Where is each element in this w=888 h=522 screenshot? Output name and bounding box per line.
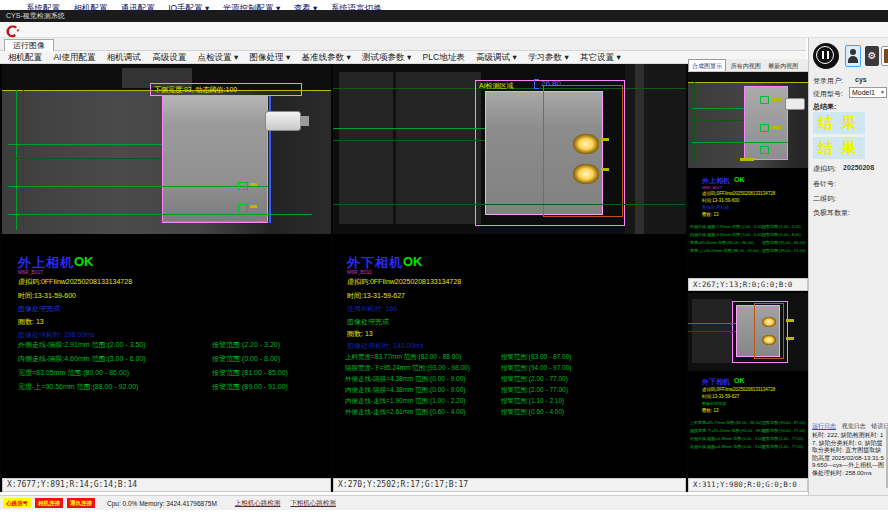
measurement-row: 上料宽度=83.77mm 范围:(82.00 - 88.00) 报警范围:(83…: [333, 353, 686, 362]
side-control-panel: ⚙ → 登录用户: cys 使用型号: Model1 ▼ 总结果: 结果 结果 …: [808, 38, 888, 510]
pause-icon: [816, 46, 834, 64]
ai-region-label: AI检测区域: [479, 81, 514, 91]
product-region: [162, 95, 268, 223]
log-tab-vision[interactable]: 视觉日志: [842, 423, 866, 429]
mini-panel-2: 外下相机 OK 虚拟码:0FFIinw20250208133134728 时间:…: [688, 293, 808, 478]
grid-line: [694, 82, 695, 162]
connector-tip: [300, 116, 309, 126]
measurement-alarm: 报警范围:(81.00 - 85.00): [212, 368, 288, 378]
mini2-camera-name: 外下相机: [702, 377, 730, 387]
mini-alarm: 报警范围:(83.00 - 87.00): [762, 420, 805, 425]
tab-composite-view[interactable]: 合成图显示: [688, 59, 726, 71]
toolbar-item-learning-params[interactable]: 学习参数 ▾: [528, 52, 569, 62]
tab-run-image[interactable]: 运行图像: [4, 39, 54, 51]
weld-spot: [762, 335, 776, 345]
toolbar-item-plc-table[interactable]: PLC地址表: [423, 52, 465, 62]
measurement-value: 内侧走线-隔膜=4.38mm 范围:(0.00 - 9.00): [345, 386, 465, 395]
mini-alarm: 报警范围:(0.00 - 8.00): [762, 232, 801, 237]
toolbar-item-other-settings[interactable]: 其它设置 ▾: [580, 52, 621, 62]
toolbar-item-advanced-settings[interactable]: 高级设置: [152, 52, 186, 62]
left-camera-image[interactable]: 下侧宽度:93, 动态阈值:100: [2, 64, 331, 234]
left-turn-count: 圈数: 13: [18, 317, 44, 327]
measure-line: [692, 120, 744, 121]
image-seam: [393, 72, 396, 224]
mini-alarm: 报警范围:(2.00 - 77.00): [762, 444, 803, 449]
mini2-product-code: 虚拟码:0FFIinw20250208133134728: [702, 387, 775, 392]
mini-measure: 内侧走线-隔膜:4.60mm 范围:(3.00 - 6.00): [690, 232, 763, 237]
toolbar-item-camera-debug[interactable]: 相机调试: [107, 52, 141, 62]
heartbeat-badge: 心跳信号: [3, 498, 31, 508]
measurement-alarm: 报警范围:(89.00 - 91.00): [212, 382, 288, 392]
menu-item-comm-config[interactable]: 通讯配置: [121, 3, 155, 13]
mini1-time: 时间:13-31-59-600: [702, 198, 739, 203]
user-button[interactable]: [845, 45, 861, 67]
measure-line: [692, 108, 744, 109]
log-tab-run[interactable]: 运行日志: [812, 423, 836, 429]
toolbar-item-spot-check[interactable]: 点检设置 ▾: [198, 52, 239, 62]
measurement-alarm: 报警范围:(1.10 - 2.10): [501, 397, 564, 406]
menu-item-language-switch[interactable]: 系统语言切换: [331, 3, 382, 13]
tiny-annotation: [250, 183, 257, 186]
menu-item-light-config[interactable]: 光源控制配置 ▾: [223, 3, 281, 13]
measurement-value: 宽度-上=90.56mm 范围:(88.00 - 92.00): [18, 382, 138, 392]
mid-sub-label: M6R_B010: [347, 269, 372, 275]
gear-icon: ⚙: [868, 50, 877, 61]
toolbar-item-ai-config[interactable]: AI使用配置: [53, 52, 95, 62]
tab-latest-inner-view[interactable]: 最新内视图: [765, 60, 801, 72]
pause-button[interactable]: [813, 43, 839, 69]
door-icon: [884, 49, 888, 63]
toolbar-item-test-params[interactable]: 测试项参数 ▾: [362, 52, 411, 62]
exit-button[interactable]: →: [881, 46, 888, 66]
measure-overlay-label-box: 下侧宽度:93, 动态阈值:100: [150, 83, 302, 96]
left-done-text: 图像处理完成: [18, 304, 60, 314]
toolbar-item-baseline-params[interactable]: 基准线参数 ▾: [302, 52, 351, 62]
comm-connect-badge: 通讯连接: [67, 498, 95, 508]
feature-marker: [238, 204, 248, 212]
right-view-tabs: 合成图显示 所有内视图 最新内视图: [688, 59, 808, 72]
model-select[interactable]: Model1 ▼: [849, 87, 887, 98]
tiny-annotation: [250, 205, 257, 208]
mini2-coordinates: X:311;Y:980;R:0;G:0;B:0: [693, 480, 797, 489]
tiny-annotation: [601, 138, 609, 141]
tab-all-inner-view[interactable]: 所有内视图: [728, 60, 764, 72]
feature-marker: [238, 182, 248, 190]
toolbar-item-camera-config[interactable]: 相机配置: [8, 52, 42, 62]
measurement-row: 内侧走线-隔膜:4.60mm 范围:(3.00 - 6.00) 报警范围:(0.…: [2, 354, 331, 364]
upper-camera-heartbeat-link[interactable]: 上相机心跳检测: [235, 499, 281, 508]
feature-marker: [760, 124, 769, 132]
menu-item-io-config[interactable]: IO手配置 ▾: [168, 3, 209, 13]
measurement-row: 内侧走线-走线=1.90mm 范围:(1.00 - 2.20) 报警范围:(1.…: [333, 397, 686, 406]
mini-measure: 隔膜宽度-下=95.24mm 范围:(93.00 - 98.00): [690, 428, 767, 433]
left-sub-label: M6R_B017: [18, 269, 43, 275]
mid-ai-elapsed: 使用AI耗时: 166: [347, 304, 397, 314]
left-camera-panel: 下侧宽度:93, 动态阈值:100 外上相机 OK M6R_B017 虚拟码:0…: [2, 64, 331, 478]
neg-tab-count-label: 负极耳数量:: [813, 208, 850, 218]
value-bracket: [534, 79, 539, 89]
mini-measure: 宽度-上=90.56mm 范围:(88.00 - 92.00): [690, 248, 759, 253]
toolbar-item-advanced-debug[interactable]: 高级调试 ▾: [476, 52, 517, 62]
measurement-row: 外侧走线-隔膜=4.38mm 范围:(0.00 - 9.00) 报警范围:(2.…: [333, 375, 686, 384]
mini-camera-image-2[interactable]: [688, 293, 808, 371]
menu-item-view[interactable]: 查看 ▾: [294, 3, 318, 13]
total-result-label: 总结果:: [813, 102, 836, 112]
winding-pin-label: 卷针号:: [813, 179, 836, 189]
feature-marker: [760, 146, 769, 154]
mini1-turn-count: 圈数: 13: [702, 212, 719, 217]
toolbar-item-image-processing[interactable]: 图像处理 ▾: [250, 52, 291, 62]
mid-camera-image[interactable]: AI检测区域 26.80: [333, 64, 686, 234]
measurement-alarm: 报警范围:(83.00 - 87.00): [501, 353, 571, 362]
mid-camera-panel: AI检测区域 26.80 外下相机 OK M6R_B010 虚拟码:0FFIin…: [333, 64, 686, 478]
menu-item-system-config[interactable]: 系统配置: [26, 3, 60, 13]
menu-item-camera-config[interactable]: 相机配置: [73, 3, 107, 13]
mini-camera-image-1[interactable]: [688, 72, 808, 168]
mini1-product-code: 虚拟码:0FFIinw20250208133134728: [702, 191, 775, 196]
lower-camera-heartbeat-link[interactable]: 下相机心跳检测: [290, 499, 336, 508]
settings-button[interactable]: ⚙: [865, 46, 879, 66]
menu-bar: [0, 22, 888, 38]
weld-spot: [762, 317, 776, 327]
measurement-value: 外侧走线-隔膜=4.38mm 范围:(0.00 - 9.00): [345, 375, 465, 384]
mini2-coordinate-bar: X:311;Y:980;R:0;G:0;B:0: [688, 478, 808, 492]
measurement-row: 隔膜宽度-下=95.24mm 范围:(93.00 - 98.00) 报警范围:(…: [333, 364, 686, 373]
tiny-annotation: [786, 337, 794, 340]
mini1-sub-label: M6R_B017: [702, 185, 722, 190]
